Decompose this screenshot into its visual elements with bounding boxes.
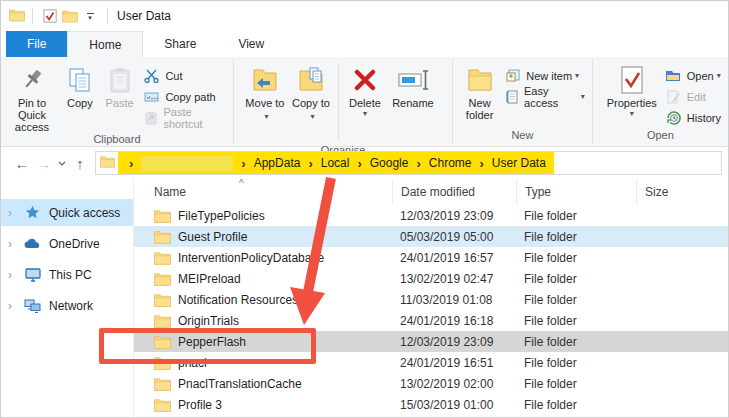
- tab-share[interactable]: Share: [143, 31, 217, 57]
- table-row[interactable]: FileTypePolicies 12/03/2019 23:09 File f…: [134, 205, 728, 226]
- open-icon: [665, 68, 682, 83]
- sidebar-item-quick-access[interactable]: › Quick access: [1, 199, 133, 226]
- ribbon-group-organise: Move to ▾ Copy to ▾ Delete ▾: [234, 57, 452, 146]
- file-date-modified: 15/03/2019 01:00: [392, 394, 516, 415]
- properties-button[interactable]: Properties ▾: [603, 60, 661, 118]
- breadcrumb-chevron-icon[interactable]: ›: [308, 156, 312, 171]
- breadcrumb-chevron-icon[interactable]: ›: [129, 156, 133, 171]
- expander-icon[interactable]: ›: [8, 268, 23, 282]
- column-header-size[interactable]: Size: [636, 179, 728, 205]
- copy-to-button[interactable]: Copy to ▾: [288, 60, 334, 123]
- title-bar: ▼ User Data: [1, 1, 728, 31]
- expander-icon[interactable]: ›: [8, 299, 23, 313]
- move-to-button[interactable]: Move to ▾: [242, 60, 288, 123]
- breadcrumb-segment[interactable]: AppData: [254, 156, 301, 170]
- table-row[interactable]: Notification Resources 11/03/2019 01:08 …: [134, 289, 728, 310]
- file-explorer-window: ▼ User Data File Home Share View Pin to …: [0, 0, 729, 418]
- qat-new-folder-icon[interactable]: [60, 5, 80, 27]
- breadcrumb-chevron-icon[interactable]: ›: [357, 156, 361, 171]
- sidebar-item-this-pc[interactable]: › This PC: [1, 261, 133, 288]
- table-row[interactable]: PnaclTranslationCache 13/02/2019 02:00 F…: [134, 373, 728, 394]
- table-row[interactable]: Guest Profile 05/03/2019 05:00 File fold…: [134, 226, 728, 247]
- table-row[interactable]: OriginTrials 24/01/2019 16:18 File folde…: [134, 310, 728, 331]
- delete-button[interactable]: Delete ▾: [343, 60, 387, 118]
- address-input[interactable]: ››AppData›Local›Google›Chrome›User Data: [95, 151, 722, 175]
- sidebar-item-onedrive[interactable]: › OneDrive: [1, 230, 133, 257]
- file-name: OriginTrials: [178, 314, 239, 328]
- easy-access-icon: [504, 89, 519, 104]
- table-row[interactable]: MEIPreload 13/02/2019 02:47 File folder: [134, 268, 728, 289]
- copy-path-button[interactable]: Copy path: [139, 86, 230, 107]
- breadcrumb-chevron-icon[interactable]: ›: [480, 156, 484, 171]
- column-header-type[interactable]: Type: [516, 179, 636, 205]
- breadcrumb-segment[interactable]: Google: [370, 156, 409, 170]
- copy-button[interactable]: Copy: [60, 60, 100, 109]
- edit-button[interactable]: Edit: [661, 86, 725, 107]
- file-type: File folder: [516, 394, 636, 415]
- delete-label: Delete: [349, 97, 381, 109]
- back-icon[interactable]: ←: [11, 155, 33, 172]
- new-folder-button[interactable]: New folder: [459, 60, 500, 121]
- expander-icon[interactable]: ›: [8, 237, 23, 251]
- file-type: File folder: [516, 310, 636, 331]
- move-to-icon: [252, 63, 278, 97]
- file-type: File folder: [516, 205, 636, 226]
- cut-button[interactable]: Cut: [139, 65, 230, 86]
- folder-icon: [154, 251, 171, 265]
- file-size: [636, 373, 728, 394]
- recent-locations-icon[interactable]: [55, 158, 69, 168]
- file-type: File folder: [516, 226, 636, 247]
- open-button[interactable]: Open ▾: [661, 65, 725, 86]
- edit-icon: [665, 89, 682, 104]
- paste-shortcut-label: Paste shortcut: [164, 106, 226, 130]
- table-row[interactable]: PepperFlash 12/03/2019 23:09 File folder: [134, 331, 728, 352]
- history-label: History: [687, 112, 721, 124]
- star-icon: [23, 205, 42, 220]
- file-size: [636, 268, 728, 289]
- rename-button[interactable]: Rename: [387, 60, 439, 109]
- table-row[interactable]: pnacl 24/01/2019 16:51 File folder: [134, 352, 728, 373]
- paste-shortcut-button[interactable]: Paste shortcut: [139, 107, 230, 128]
- qat-customize-icon[interactable]: ▼: [80, 5, 100, 27]
- table-row[interactable]: InterventionPolicyDatabase 24/01/2019 16…: [134, 247, 728, 268]
- paste-button[interactable]: Paste: [100, 60, 140, 109]
- up-icon[interactable]: ↑: [69, 155, 91, 172]
- breadcrumb-segment[interactable]: User Data: [492, 156, 546, 170]
- forward-icon[interactable]: →: [33, 155, 55, 172]
- breadcrumb-segment[interactable]: Local: [321, 156, 350, 170]
- cut-icon: [143, 68, 160, 83]
- tab-view[interactable]: View: [217, 31, 285, 57]
- history-button[interactable]: History: [661, 107, 725, 128]
- file-size: [636, 205, 728, 226]
- file-rows: FileTypePolicies 12/03/2019 23:09 File f…: [134, 205, 728, 415]
- column-headers: Name ^ Date modified Type Size: [134, 179, 728, 205]
- file-size: [636, 352, 728, 373]
- paste-label: Paste: [105, 97, 133, 109]
- easy-access-button[interactable]: Easy access ▾: [500, 86, 589, 107]
- qat-properties-icon[interactable]: [40, 5, 60, 27]
- tab-file[interactable]: File: [6, 31, 67, 57]
- tab-home[interactable]: Home: [67, 31, 143, 57]
- expander-icon[interactable]: ›: [8, 206, 23, 220]
- file-date-modified: 12/03/2019 23:09: [392, 331, 516, 352]
- breadcrumb-chevron-icon[interactable]: ›: [241, 156, 245, 171]
- rename-label: Rename: [392, 97, 434, 109]
- new-item-button[interactable]: New item ▾: [500, 65, 589, 86]
- breadcrumb: ››AppData›Local›Google›Chrome›User Data: [118, 152, 554, 174]
- column-header-date-modified[interactable]: Date modified: [392, 179, 516, 205]
- file-name: MEIPreload: [178, 272, 241, 286]
- pin-to-quick-access-button[interactable]: Pin to Quick access: [4, 60, 60, 133]
- column-header-name[interactable]: Name ^: [134, 179, 392, 205]
- ribbon-group-clipboard: Pin to Quick access Copy Paste: [1, 57, 233, 146]
- folder-icon: [154, 377, 171, 391]
- paste-icon: [109, 63, 131, 97]
- sidebar-item-network[interactable]: › Network: [1, 292, 133, 319]
- ribbon-group-new: New folder New item ▾ Easy acce: [453, 57, 592, 146]
- main-area: › Quick access › OneDrive › This PC: [1, 179, 728, 418]
- ribbon-tabs: File Home Share View: [1, 31, 728, 57]
- breadcrumb-chevron-icon[interactable]: ›: [416, 156, 420, 171]
- new-folder-icon: [467, 63, 493, 97]
- breadcrumb-segment[interactable]: Chrome: [429, 156, 472, 170]
- cloud-icon: [23, 238, 42, 249]
- table-row[interactable]: Profile 3 15/03/2019 01:00 File folder: [134, 394, 728, 415]
